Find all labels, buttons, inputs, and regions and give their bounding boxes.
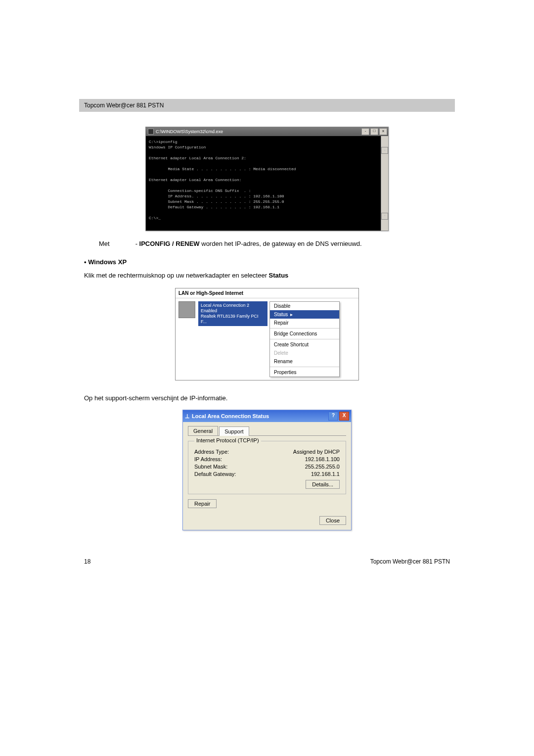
dlg-titlebar: ⊥ Local Area Connection Status ? X bbox=[183, 410, 351, 422]
dlg-title: Local Area Connection Status bbox=[190, 413, 327, 419]
document-page: Topcom Webr@cer 881 PSTN C:\WINDOWS\Syst… bbox=[84, 99, 450, 530]
tabs: General Support bbox=[188, 426, 346, 436]
minimize-button[interactable]: - bbox=[361, 128, 369, 135]
maximize-button[interactable]: □ bbox=[370, 128, 378, 135]
label-address-type: Address Type: bbox=[194, 449, 229, 455]
cmd-window: C:\WINDOWS\System32\cmd.exe - □ x C:\>ip… bbox=[145, 127, 389, 231]
ctx-disable[interactable]: Disable bbox=[270, 302, 339, 310]
details-button[interactable]: Details... bbox=[306, 480, 340, 489]
page-footer: 18 Topcom Webr@cer 881 PSTN bbox=[84, 558, 450, 565]
help-button[interactable]: ? bbox=[328, 412, 338, 421]
text-support-info: Op het support-scherm verschijnt de IP-i… bbox=[84, 394, 450, 402]
cmd-titlebar: C:\WINDOWS\System32\cmd.exe - □ x bbox=[146, 127, 388, 136]
context-menu: Disable Status ▸ Repair Bridge Connectio… bbox=[269, 301, 340, 377]
close-button[interactable]: x bbox=[379, 128, 387, 135]
close-button[interactable]: X bbox=[339, 412, 349, 421]
ctx-properties[interactable]: Properties bbox=[270, 368, 339, 377]
close-dialog-button[interactable]: Close bbox=[319, 516, 346, 525]
label-mask: Subnet Mask: bbox=[194, 464, 227, 470]
scroll-down-icon[interactable]: ▾ bbox=[381, 213, 388, 220]
value-ip: 192.168.1.100 bbox=[305, 456, 340, 462]
network-adapter-item[interactable]: Local Area Connection 2 Enabled Realtek … bbox=[198, 301, 267, 326]
ctx-header: LAN or High-Speed Internet bbox=[176, 288, 358, 298]
network-adapter-icon bbox=[178, 301, 195, 318]
page-number: 18 bbox=[84, 558, 90, 565]
cmd-output: C:\>ipconfig Windows IP Configuration Et… bbox=[146, 136, 388, 231]
tab-support[interactable]: Support bbox=[219, 426, 249, 436]
label-ip: IP Address: bbox=[194, 456, 222, 462]
network-connections-panel: LAN or High-Speed Internet Local Area Co… bbox=[175, 288, 359, 380]
tab-general[interactable]: General bbox=[188, 426, 218, 435]
ctx-status[interactable]: Status ▸ bbox=[270, 310, 339, 319]
scrollbar[interactable]: ▴ ▾ bbox=[381, 136, 388, 231]
text-rightclick-status: Klik met de rechtermuisknop op uw netwer… bbox=[84, 272, 450, 279]
repair-button[interactable]: Repair bbox=[188, 499, 217, 508]
footer-brand: Topcom Webr@cer 881 PSTN bbox=[370, 558, 450, 565]
value-gateway: 192.168.1.1 bbox=[311, 471, 340, 477]
ctx-bridge[interactable]: Bridge Connections bbox=[270, 330, 339, 338]
ctx-delete: Delete bbox=[270, 349, 339, 357]
section-windows-xp: • Windows XP bbox=[84, 258, 450, 266]
ctx-shortcut[interactable]: Create Shortcut bbox=[270, 340, 339, 349]
tcpip-group: Internet Protocol (TCP/IP) Address Type:… bbox=[188, 441, 346, 494]
group-title: Internet Protocol (TCP/IP) bbox=[194, 437, 261, 443]
cmd-icon bbox=[148, 129, 154, 135]
label-gateway: Default Gateway: bbox=[194, 471, 236, 477]
cursor-icon: ▸ bbox=[289, 312, 293, 317]
network-icon: ⊥ bbox=[185, 413, 190, 420]
value-mask: 255.255.255.0 bbox=[305, 464, 340, 470]
connection-status-dialog: ⊥ Local Area Connection Status ? X Gener… bbox=[182, 410, 352, 530]
cmd-title: C:\WINDOWS\System32\cmd.exe bbox=[156, 129, 360, 134]
value-address-type: Assigned by DHCP bbox=[293, 449, 340, 455]
text-ipconfig-renew: Met - IPCONFIG / RENEW worden het IP-adr… bbox=[99, 240, 450, 247]
scroll-up-icon[interactable]: ▴ bbox=[381, 147, 388, 154]
page-header: Topcom Webr@cer 881 PSTN bbox=[79, 99, 455, 112]
ctx-rename[interactable]: Rename bbox=[270, 357, 339, 366]
ctx-repair[interactable]: Repair bbox=[270, 319, 339, 327]
